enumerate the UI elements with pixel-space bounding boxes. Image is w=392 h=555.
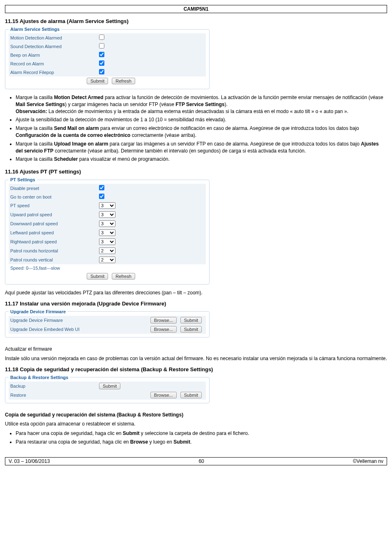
firmware-subheading: Actualizar el firmware: [5, 346, 387, 353]
submit-button[interactable]: Submit: [87, 273, 108, 280]
row-label: Restore: [9, 391, 97, 400]
row-label: Record on Alarm: [9, 59, 97, 68]
alarm-service-panel: Alarm Service Settings Motion Detection …: [5, 27, 210, 89]
row-label: Patrol rounds vertical: [9, 255, 97, 264]
submit-button[interactable]: Submit: [99, 383, 120, 389]
upgrade-firmware-legend: Upgrade Device Firmware: [9, 309, 67, 314]
list-item: Marque la casilla Scheduler para visuali…: [16, 156, 387, 163]
submit-button[interactable]: Submit: [180, 317, 202, 324]
backup-subheading: Copia de seguridad y recuperación del si…: [5, 412, 183, 418]
submit-button[interactable]: Submit: [87, 78, 108, 84]
model-text: CAMIP5N1: [184, 6, 209, 12]
list-item: Marque la casilla Upload Image on alarm …: [16, 141, 387, 155]
upward-speed-select[interactable]: 3: [99, 211, 115, 218]
refresh-button[interactable]: Refresh: [112, 273, 135, 280]
goto-center-checkbox[interactable]: [99, 194, 104, 199]
row-label: Go to center on boot: [9, 192, 97, 201]
sound-detection-checkbox[interactable]: [99, 43, 104, 49]
heading-11-16: 11.16 Ajustes PT (PT settings): [5, 169, 387, 175]
backup-restore-panel: Backup & Restore Settings Backup Submit …: [5, 375, 210, 403]
leftward-speed-select[interactable]: 3: [99, 229, 115, 236]
row-label: Speed: 0---15,fast---slow: [9, 264, 97, 272]
row-label: Motion Detection Alarmed: [9, 33, 97, 42]
pt-settings-table: Disable preset Go to center on boot PT s…: [9, 184, 206, 281]
record-on-alarm-checkbox[interactable]: [99, 60, 104, 66]
row-label: Backup: [9, 382, 97, 391]
heading-11-18: 11.18 Copia de seguridad y recuperación …: [5, 366, 387, 372]
submit-button[interactable]: Submit: [180, 326, 202, 333]
rightward-speed-select[interactable]: 3: [99, 238, 115, 245]
document-footer: V. 03 – 10/06/2013 60 ©Velleman nv: [5, 457, 387, 465]
pt-settings-legend: PT Settings: [9, 177, 37, 182]
footer-right: ©Velleman nv: [353, 458, 383, 464]
upgrade-firmware-table: Upgrade Device Firmware Browse... Submit…: [9, 316, 206, 334]
row-label: Downward patrol speed: [9, 219, 97, 228]
backup-bullets: Para hacer una copia de seguridad, haga …: [9, 430, 387, 446]
row-label: PT speed: [9, 201, 97, 210]
firmware-text: Instale sólo una versión mejorada en cas…: [5, 355, 387, 362]
row-label: Sound Detection Alarmed: [9, 42, 97, 51]
list-item: Ajuste la sensibilidad de la detección d…: [16, 116, 387, 123]
list-item: Marque la casilla Send Mail on alarm par…: [16, 125, 387, 139]
browse-button[interactable]: Browse...: [150, 317, 177, 324]
heading-11-15: 11.15 Ajustes de alarma (Alarm Service S…: [5, 18, 387, 24]
patrol-horizontal-select[interactable]: 2: [99, 247, 115, 254]
beep-on-alarm-checkbox[interactable]: [99, 52, 104, 57]
downward-speed-select[interactable]: 3: [99, 220, 115, 227]
pt-speed-select[interactable]: 3: [99, 202, 115, 209]
alarm-filepop-checkbox[interactable]: [99, 69, 104, 74]
footer-left: V. 03 – 10/06/2013: [9, 458, 50, 464]
list-item: Marque la casilla Motion Detect Armed pa…: [16, 94, 387, 115]
upgrade-firmware-panel: Upgrade Device Firmware Upgrade Device F…: [5, 309, 210, 338]
row-label: Beep on Alarm: [9, 51, 97, 59]
pt-note: Aquí puede ajustar las velocidades PTZ p…: [5, 289, 387, 296]
backup-text: Utilice esta opción para almacenar o res…: [5, 421, 387, 428]
row-label: Disable preset: [9, 184, 97, 192]
alarm-service-table: Motion Detection Alarmed Sound Detection…: [9, 33, 206, 86]
row-label: Upgrade Device Firmware: [9, 316, 97, 325]
row-label: Alarm Record Filepop: [9, 68, 97, 76]
row-label: Rightward patrol speed: [9, 237, 97, 246]
footer-center: 60: [198, 458, 204, 464]
heading-11-17: 11.17 Instalar una versión mejorada (Upg…: [5, 301, 387, 307]
list-item: Para hacer una copia de seguridad, haga …: [16, 430, 387, 437]
submit-button[interactable]: Submit: [180, 392, 202, 398]
disable-preset-checkbox[interactable]: [99, 185, 104, 190]
pt-settings-panel: PT Settings Disable preset Go to center …: [5, 177, 210, 284]
row-label: Upgrade Device Embeded Web UI: [9, 325, 97, 334]
alarm-service-legend: Alarm Service Settings: [9, 27, 61, 32]
refresh-button[interactable]: Refresh: [112, 78, 135, 84]
document-header: CAMIP5N1: [5, 5, 387, 13]
row-label: Patrol rounds horizontal: [9, 246, 97, 255]
row-label: Leftward patrol speed: [9, 228, 97, 237]
backup-restore-legend: Backup & Restore Settings: [9, 375, 70, 380]
patrol-vertical-select[interactable]: 2: [99, 257, 115, 263]
browse-button[interactable]: Browse...: [150, 392, 177, 398]
motion-detection-checkbox[interactable]: [99, 35, 104, 40]
backup-restore-table: Backup Submit Restore Browse... Submit: [9, 382, 206, 400]
list-item: Para restaurar una copia de seguridad, h…: [16, 439, 387, 446]
alarm-bullets: Marque la casilla Motion Detect Armed pa…: [9, 94, 387, 163]
row-label: Upward patrol speed: [9, 210, 97, 219]
browse-button[interactable]: Browse...: [150, 326, 177, 333]
